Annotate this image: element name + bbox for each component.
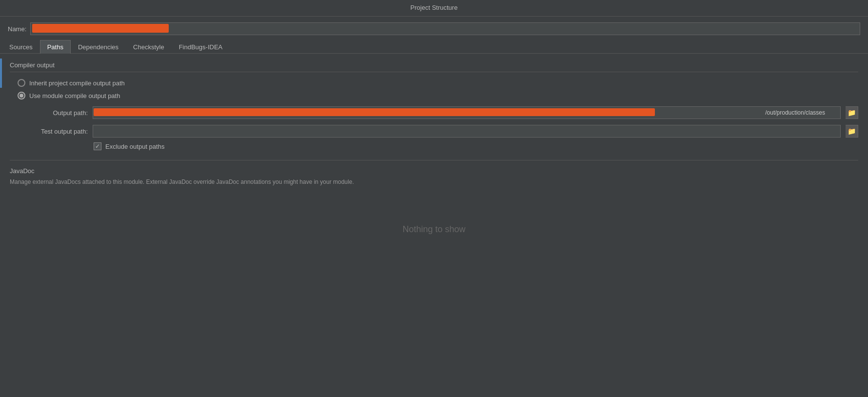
folder-icon-test: 📁 <box>848 127 856 135</box>
folder-icon: 📁 <box>848 109 856 117</box>
tab-sources[interactable]: Sources <box>2 40 40 54</box>
radio-use-module[interactable]: Use module compile output path <box>18 92 858 99</box>
radio-inherit-circle <box>18 79 25 87</box>
tab-paths[interactable]: Paths <box>40 40 71 54</box>
test-output-path-input-wrap <box>93 125 841 138</box>
name-input-wrap <box>30 22 860 35</box>
test-output-path-label: Test output path: <box>10 128 88 135</box>
tabs-bar: Sources Paths Dependencies Checkstyle Fi… <box>0 40 868 54</box>
exclude-checkbox-row: Exclude output paths <box>94 142 858 150</box>
radio-use-module-label: Use module compile output path <box>29 92 120 99</box>
output-path-folder-button[interactable]: 📁 <box>846 106 858 119</box>
output-path-row: Output path: /out/production/classes 📁 <box>10 106 858 119</box>
test-output-path-folder-button[interactable]: 📁 <box>846 125 858 138</box>
window-title: Project Structure <box>411 4 458 11</box>
javadoc-section: JavaDoc Manage external JavaDocs attache… <box>10 160 858 273</box>
tab-checkstyle[interactable]: Checkstyle <box>126 40 172 54</box>
exclude-checkbox[interactable] <box>94 142 101 150</box>
compiler-output-section: Compiler output Inherit project compile … <box>10 61 858 150</box>
name-row: Name: <box>0 17 868 40</box>
test-output-path-input[interactable] <box>93 125 841 138</box>
title-bar: Project Structure <box>0 0 868 17</box>
name-label: Name: <box>8 25 26 33</box>
left-accent <box>0 59 2 88</box>
exclude-checkbox-label: Exclude output paths <box>105 143 164 150</box>
output-path-input[interactable] <box>93 106 841 119</box>
tab-findbugs[interactable]: FindBugs-IDEA <box>172 40 230 54</box>
output-path-label: Output path: <box>10 109 88 117</box>
javadoc-title: JavaDoc <box>10 167 858 175</box>
tab-dependencies[interactable]: Dependencies <box>71 40 126 54</box>
compiler-output-header: Compiler output <box>10 61 858 72</box>
radio-inherit[interactable]: Inherit project compile output path <box>18 79 858 87</box>
name-input[interactable] <box>30 22 860 35</box>
radio-use-module-circle <box>18 92 25 99</box>
output-path-input-wrap: /out/production/classes <box>93 106 841 119</box>
javadoc-empty-area: Nothing to show <box>10 185 858 273</box>
nothing-to-show-label: Nothing to show <box>402 224 465 235</box>
radio-group: Inherit project compile output path Use … <box>18 79 858 99</box>
path-rows: Output path: /out/production/classes 📁 T… <box>10 106 858 138</box>
javadoc-description: Manage external JavaDocs attached to thi… <box>10 179 858 185</box>
radio-inherit-label: Inherit project compile output path <box>29 79 125 87</box>
test-output-path-row: Test output path: 📁 <box>10 125 858 138</box>
content: Compiler output Inherit project compile … <box>0 54 868 281</box>
